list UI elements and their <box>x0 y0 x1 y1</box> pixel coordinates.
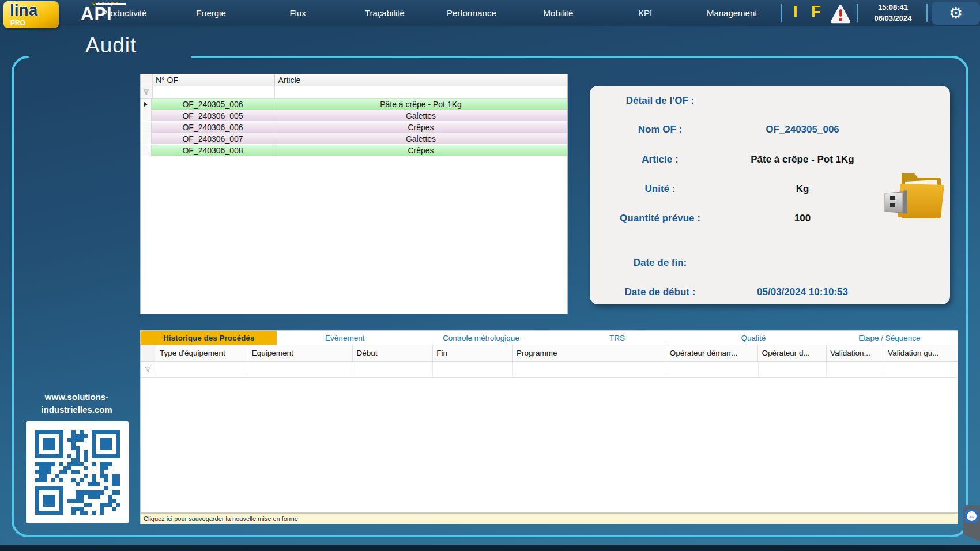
history-filter-cell[interactable] <box>433 362 513 377</box>
history-column-programme[interactable]: Programme <box>513 345 666 361</box>
app-window: ProductivitéEnergieFluxTraçabilitéPerfor… <box>0 0 980 551</box>
warning-icon[interactable] <box>828 4 853 24</box>
website-line1: www.solutions- <box>22 391 131 403</box>
of-table-row[interactable]: OF_240306_008Crêpes <box>141 145 567 156</box>
history-column-equipement[interactable]: Equipement <box>248 345 353 361</box>
website-line2: industrielles.com <box>22 403 131 416</box>
article-cell[interactable]: Galettes <box>274 110 567 121</box>
clock-time: 15:08:41 <box>861 2 925 13</box>
detail-panel: Détail de l'OF : Nom OF :OF_240305_006Ar… <box>590 86 950 304</box>
nav-item-energie[interactable]: Energie <box>168 0 255 26</box>
detail-field-row: Date de début :05/03/2024 10:10:53 <box>590 286 950 300</box>
topbar-separator <box>926 4 928 22</box>
save-layout-bar[interactable]: Cliquez ici pour sauvegarder la nouvelle… <box>140 513 958 524</box>
history-header: Type d'équipementEquipementDébutFinProgr… <box>141 345 958 362</box>
history-column-validation-qu[interactable]: Validation qu... <box>884 345 958 361</box>
clock-date: 06/03/2024 <box>861 13 925 24</box>
qr-code <box>26 421 129 523</box>
field-value-date-de-debut: 05/03/2024 10:10:53 <box>730 286 875 298</box>
history-filter-cell[interactable] <box>156 362 248 377</box>
filter-cell-article[interactable] <box>275 86 567 98</box>
field-label-nom-of: Nom OF : <box>590 124 730 135</box>
history-row-indicator-header <box>141 345 156 361</box>
field-label-unite: Unité : <box>590 183 730 195</box>
column-header-n-of[interactable]: N° OF <box>153 74 275 86</box>
history-filter-cell[interactable] <box>353 362 434 377</box>
history-filter-cell[interactable] <box>666 362 759 377</box>
nav-item-flux[interactable]: Flux <box>254 0 341 26</box>
api-label: API <box>81 4 112 24</box>
history-filter-cell[interactable] <box>513 362 666 377</box>
field-value-unite: Kg <box>730 183 875 195</box>
tab-evenement[interactable]: Evènement <box>277 331 413 345</box>
column-header-article[interactable]: Article <box>275 74 567 86</box>
field-value-nom-of: OF_240305_006 <box>730 124 875 135</box>
row-indicator <box>141 133 152 144</box>
history-column-fin[interactable]: Fin <box>433 345 513 361</box>
topbar-separator <box>781 4 782 22</box>
of-table-row[interactable]: OF_240306_007Galettes <box>141 133 567 145</box>
website-label: www.solutions- industrielles.com <box>22 391 131 416</box>
settings-button[interactable]: ⚙ <box>932 2 980 25</box>
logo-secondary-label: PRO <box>10 19 25 27</box>
nav-item-tracabilite[interactable]: Traçabilité <box>341 0 428 26</box>
gear-icon: ⚙ <box>949 6 963 21</box>
history-column-type-d-equipement[interactable]: Type d'équipement <box>156 345 248 361</box>
teamviewer-badge[interactable]: ⇔ <box>963 505 980 541</box>
history-column-debut[interactable]: Début <box>353 345 433 361</box>
history-column-operateur-demarr[interactable]: Opérateur démarr... <box>666 345 759 361</box>
of-number-cell[interactable]: OF_240306_006 <box>152 122 274 133</box>
of-filter-row[interactable] <box>141 86 567 99</box>
history-column-validation[interactable]: Validation... <box>827 345 884 361</box>
of-table-row[interactable]: OF_240306_005Galettes <box>141 110 567 122</box>
of-table: N° OF Article OF_240305_006Pâte à crêpe … <box>140 74 568 314</box>
row-indicator-header <box>141 74 153 86</box>
of-number-cell[interactable]: OF_240306_007 <box>152 133 274 144</box>
tabs-bar: Historique des ProcédésEvènementControle… <box>140 330 958 345</box>
row-indicator <box>141 145 152 156</box>
nav-item-performance[interactable]: Performance <box>428 0 515 26</box>
tab-qualite[interactable]: Qualité <box>685 331 821 345</box>
history-filter-cell[interactable] <box>884 362 958 377</box>
of-number-cell[interactable]: OF_240306_005 <box>152 110 274 121</box>
field-label-date-de-fin: Date de fin: <box>590 257 730 269</box>
history-filter-row[interactable] <box>141 362 958 378</box>
indicator-i[interactable]: I <box>793 3 798 21</box>
nav-item-mobilite[interactable]: Mobilité <box>515 0 602 26</box>
article-cell[interactable]: Crêpes <box>274 122 567 133</box>
history-filter-cell[interactable] <box>827 362 884 377</box>
filter-cell-n-of[interactable] <box>153 86 275 98</box>
of-number-cell[interactable]: OF_240306_008 <box>152 145 274 156</box>
history-filter-cell[interactable] <box>248 362 353 377</box>
field-label-date-de-debut: Date de début : <box>590 286 730 298</box>
of-table-row[interactable]: OF_240306_006Crêpes <box>141 122 567 133</box>
article-cell[interactable]: Crêpes <box>274 145 567 156</box>
topbar-separator <box>857 4 858 22</box>
history-filter-cell[interactable] <box>759 362 827 377</box>
tab-etape-sequence[interactable]: Etape / Séquence <box>821 331 958 345</box>
usb-folder-icon[interactable] <box>877 167 950 224</box>
article-cell[interactable]: Pâte à crêpe - Pot 1Kg <box>274 99 567 110</box>
page-title: Audit <box>85 33 137 58</box>
of-table-header: N° OF Article <box>141 74 567 86</box>
filter-icon <box>141 86 153 98</box>
field-label-article: Article : <box>590 154 730 165</box>
detail-field-row: Nom OF :OF_240305_006 <box>590 124 950 138</box>
row-indicator <box>141 122 152 133</box>
lina-pro-logo[interactable]: lina PRO <box>3 1 59 28</box>
article-cell[interactable]: Galettes <box>274 133 567 144</box>
nav-item-kpi[interactable]: KPI <box>602 0 689 26</box>
of-rows: OF_240305_006Pâte à crêpe - Pot 1KgOF_24… <box>141 99 567 156</box>
history-column-operateur-d[interactable]: Opérateur d... <box>758 345 827 361</box>
of-number-cell[interactable]: OF_240305_006 <box>152 99 274 110</box>
teamviewer-icon: ⇔ <box>965 510 978 523</box>
indicator-f[interactable]: F <box>811 3 821 21</box>
tab-controle-metrologique[interactable]: Controle métrologique <box>413 331 549 345</box>
nav-item-management[interactable]: Management <box>688 0 775 26</box>
tab-trs[interactable]: TRS <box>549 331 685 345</box>
of-table-row[interactable]: OF_240305_006Pâte à crêpe - Pot 1Kg <box>141 99 567 110</box>
clock: 15:08:41 06/03/2024 <box>861 2 925 24</box>
history-filter-icon-cell[interactable] <box>141 362 156 377</box>
tab-historique-des-procedes[interactable]: Historique des Procédés <box>141 331 277 345</box>
history-table: Type d'équipementEquipementDébutFinProgr… <box>140 345 958 513</box>
